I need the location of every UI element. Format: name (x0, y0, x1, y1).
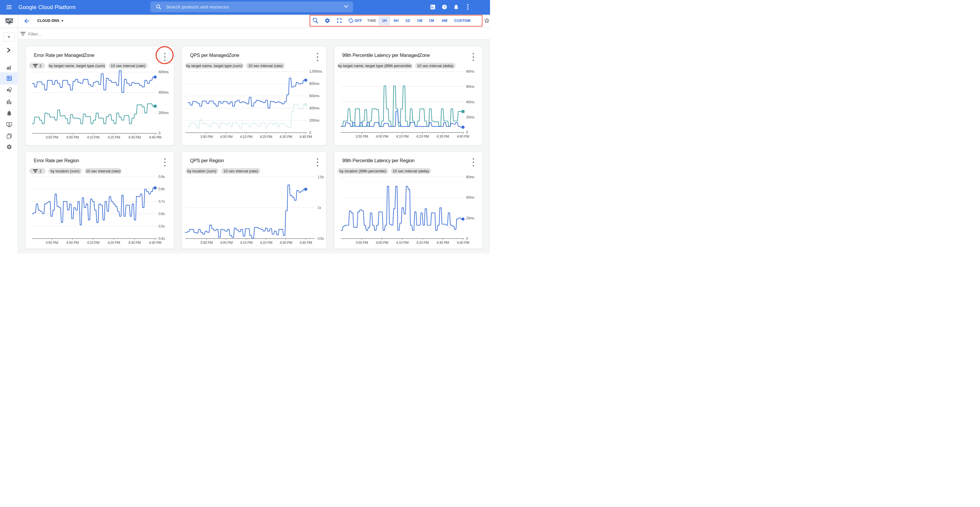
svg-text:4:10 PM: 4:10 PM (87, 241, 100, 245)
svg-text:4:30 PM: 4:30 PM (128, 241, 141, 245)
svg-text:4:20 PM: 4:20 PM (416, 241, 429, 245)
svg-text:0.8s: 0.8s (159, 187, 165, 191)
svg-text:0.7s: 0.7s (159, 200, 165, 203)
svg-text:4:40 PM: 4:40 PM (149, 135, 161, 140)
svg-text:1.5s: 1.5s (318, 175, 324, 179)
svg-text:600ms: 600ms (159, 70, 169, 75)
svg-text:0: 0 (159, 132, 161, 136)
svg-text:4:30 PM: 4:30 PM (280, 135, 293, 139)
svg-text:3:50 PM: 3:50 PM (200, 241, 213, 245)
svg-text:4:20 PM: 4:20 PM (108, 241, 120, 245)
svg-text:4:10 PM: 4:10 PM (240, 241, 253, 245)
svg-text:4:10 PM: 4:10 PM (396, 135, 409, 138)
svg-text:4:10 PM: 4:10 PM (396, 241, 409, 245)
svg-text:4:30 PM: 4:30 PM (437, 135, 449, 138)
svg-text:?: ? (444, 5, 445, 9)
svg-text:4:10 PM: 4:10 PM (87, 135, 100, 140)
svg-text:20ms: 20ms (466, 115, 474, 119)
svg-text:4:20 PM: 4:20 PM (260, 135, 272, 139)
svg-text:3:50 PM: 3:50 PM (200, 135, 213, 139)
svg-text:4:00 PM: 4:00 PM (66, 241, 79, 245)
svg-text:4:00 PM: 4:00 PM (66, 135, 79, 140)
svg-text:3:50 PM: 3:50 PM (355, 135, 368, 138)
svg-text:4:10 PM: 4:10 PM (240, 135, 253, 139)
svg-text:40ms: 40ms (466, 100, 474, 104)
svg-text:0.9s: 0.9s (159, 175, 165, 179)
svg-text:4:20 PM: 4:20 PM (260, 241, 272, 245)
svg-text:400ms: 400ms (309, 106, 320, 110)
svg-text:4:40 PM: 4:40 PM (457, 241, 469, 245)
svg-text:4:30 PM: 4:30 PM (128, 135, 141, 140)
svg-text:0: 0 (466, 131, 468, 135)
svg-text:1s: 1s (318, 206, 321, 210)
svg-text:4:30 PM: 4:30 PM (437, 241, 449, 245)
svg-text:40ms: 40ms (466, 195, 474, 200)
svg-text:200ms: 200ms (159, 111, 169, 115)
svg-text:0.4s: 0.4s (159, 237, 165, 241)
svg-text:3:50 PM: 3:50 PM (46, 135, 58, 140)
svg-text:4:30 PM: 4:30 PM (280, 241, 293, 245)
svg-text:4:20 PM: 4:20 PM (416, 135, 429, 138)
svg-text:4:20 PM: 4:20 PM (108, 135, 120, 140)
svg-text:0.5s: 0.5s (159, 224, 165, 229)
svg-text:4:00 PM: 4:00 PM (376, 135, 388, 138)
svg-text:400ms: 400ms (159, 91, 169, 95)
svg-text:4:40 PM: 4:40 PM (300, 241, 312, 245)
svg-text:0.5s: 0.5s (318, 237, 324, 241)
svg-text:600ms: 600ms (309, 94, 320, 98)
svg-text:4:00 PM: 4:00 PM (220, 135, 232, 139)
svg-text:60ms: 60ms (466, 84, 474, 89)
svg-text:4:00 PM: 4:00 PM (220, 241, 233, 245)
svg-text:60ms: 60ms (466, 175, 474, 179)
svg-text:0.6s: 0.6s (159, 212, 165, 216)
svg-text:80ms: 80ms (466, 70, 474, 73)
svg-text:3:50 PM: 3:50 PM (355, 241, 368, 245)
svg-text:200ms: 200ms (309, 118, 320, 122)
svg-text:1,000ms: 1,000ms (309, 70, 322, 74)
svg-text:4:40 PM: 4:40 PM (457, 135, 469, 138)
svg-text:4:40 PM: 4:40 PM (149, 241, 161, 245)
svg-text:0: 0 (466, 237, 468, 241)
svg-text:0: 0 (309, 131, 312, 135)
svg-text:20ms: 20ms (466, 216, 474, 220)
svg-text:3:50 PM: 3:50 PM (46, 241, 58, 245)
svg-text:800ms: 800ms (309, 82, 320, 86)
svg-text:4:40 PM: 4:40 PM (300, 135, 312, 139)
svg-text:4:00 PM: 4:00 PM (376, 241, 388, 245)
